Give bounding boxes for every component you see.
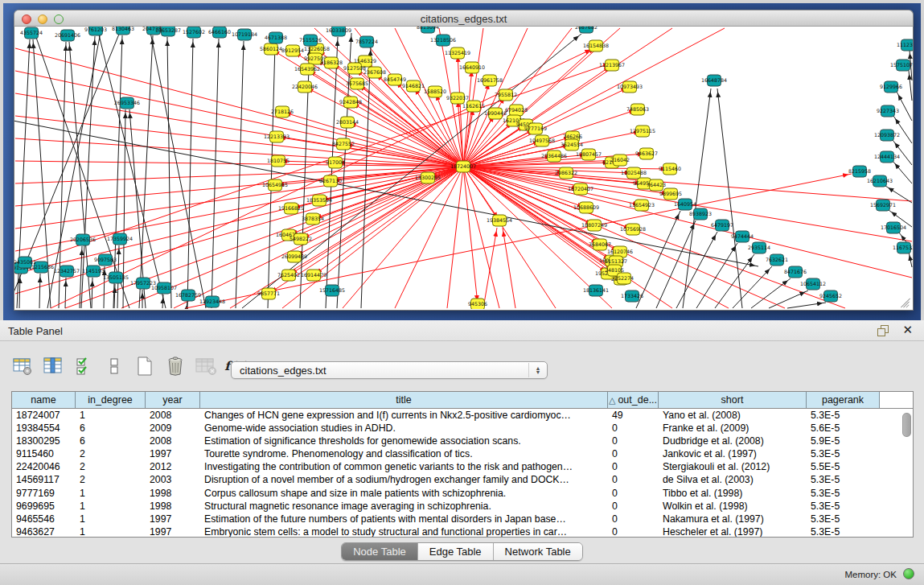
- graph-node-label: 248105: [605, 267, 624, 273]
- table-row[interactable]: 911546021997Tourette syndrome. Phenomeno…: [12, 447, 913, 460]
- network-canvas[interactable]: 1872400718300295193845545860124891295413…: [14, 27, 914, 311]
- graph-node-label: 16914479: [301, 272, 326, 278]
- graph-node-label: 13226058: [304, 46, 330, 51]
- table-row[interactable]: 2242004622012Investigating the contribut…: [12, 460, 913, 473]
- cell-in_degree: 1: [76, 513, 146, 525]
- graph-edge[interactable]: [150, 28, 206, 308]
- table-scrollbar[interactable]: [901, 411, 911, 535]
- table-body: 1872400712008Changes of HCN gene express…: [12, 409, 913, 538]
- column-header-title[interactable]: title: [200, 392, 608, 408]
- window-resize-grip[interactable]: [900, 297, 911, 308]
- graph-node-label: 8427552: [332, 141, 355, 146]
- graph-edge[interactable]: [909, 252, 912, 267]
- graph-edge[interactable]: [696, 243, 737, 308]
- graph-node-label: 9463627: [635, 150, 658, 156]
- graph-node-label: 12923448: [199, 299, 225, 304]
- cell-short: Yano et al. (2008): [659, 409, 807, 422]
- column-header-in_degree[interactable]: in_degree: [76, 392, 146, 408]
- column-header-year[interactable]: year: [146, 392, 200, 408]
- graph-edge[interactable]: [39, 274, 40, 308]
- graph-edge[interactable]: [787, 303, 826, 308]
- graph-node-label: 22420046: [292, 84, 318, 89]
- graph-edge[interactable]: [19, 274, 20, 308]
- table-row[interactable]: 1456911722003Disruption of a novel membe…: [12, 473, 913, 486]
- graph-edge[interactable]: [893, 140, 912, 165]
- graph-node-label: 2087682: [575, 27, 598, 30]
- graph-edge[interactable]: [897, 92, 912, 121]
- graph-node-label: 8813094: [417, 27, 439, 30]
- graph-edge[interactable]: [139, 35, 153, 308]
- tab-network-table[interactable]: Network Table: [494, 543, 582, 560]
- graph-node-label: 1151327: [605, 258, 627, 264]
- graph-node-label: 746266: [563, 134, 582, 139]
- table-selector-dropdown[interactable]: citations_edges.txt ▲▼: [231, 361, 548, 379]
- graph-edge[interactable]: [282, 112, 463, 167]
- graph-edge[interactable]: [305, 87, 463, 167]
- table-settings-icon[interactable]: [11, 355, 34, 377]
- graph-edge[interactable]: [187, 39, 193, 308]
- cell-year: 1997: [146, 513, 200, 525]
- graph-node-label: 216042: [610, 157, 630, 163]
- select-all-icon[interactable]: [72, 355, 95, 377]
- close-panel-icon[interactable]: ✕: [902, 323, 913, 337]
- graph-node-label: 1810755: [267, 158, 290, 163]
- table-header-row: namein_degreeyeartitle△out_de...shortpag…: [12, 392, 913, 409]
- graph-edge[interactable]: [893, 116, 912, 143]
- citation-network-graph[interactable]: 1872400718300295193845545860124891295413…: [14, 27, 913, 309]
- graph-edge[interactable]: [893, 161, 912, 183]
- graph-edge[interactable]: [97, 28, 166, 308]
- graph-edge[interactable]: [15, 48, 463, 167]
- graph-node-label: 8938923: [689, 211, 712, 216]
- cell-pagerank: 5.3E-5: [807, 500, 880, 513]
- table-panel-title: Table Panel: [8, 325, 63, 337]
- graph-node-label: 6794028: [505, 107, 528, 113]
- scrollbar-thumb[interactable]: [902, 413, 911, 437]
- tab-node-table[interactable]: Node Table: [342, 543, 418, 560]
- delete-table-icon[interactable]: [195, 355, 217, 377]
- graph-edge[interactable]: [15, 161, 463, 167]
- cell-pagerank: 5.6E-5: [807, 422, 880, 435]
- graph-edge[interactable]: [113, 35, 122, 308]
- cell-title: Structural magnetic resonance image aver…: [200, 500, 608, 513]
- graph-edge[interactable]: [268, 44, 275, 308]
- cell-name: 9699695: [12, 500, 76, 513]
- unselect-all-icon[interactable]: [103, 355, 125, 377]
- column-chooser-icon[interactable]: [42, 355, 64, 377]
- graph-node-label: 9127508: [343, 65, 366, 71]
- graph-edge[interactable]: [326, 37, 338, 308]
- table-row[interactable]: 946554611997Estimation of the future num…: [12, 513, 913, 525]
- table-row[interactable]: 1830029562008Estimation of significance …: [12, 435, 913, 447]
- table-row[interactable]: 977716911998Corpus callosum shape and si…: [12, 487, 913, 500]
- graph-edge[interactable]: [503, 228, 515, 308]
- table-row[interactable]: 969969511998Structural magnetic resonanc…: [12, 500, 913, 513]
- graph-edge[interactable]: [483, 228, 497, 308]
- delete-icon[interactable]: [164, 355, 187, 377]
- table-row[interactable]: 1872400712008Changes of HCN gene express…: [12, 409, 913, 422]
- tab-edge-table[interactable]: Edge Table: [418, 543, 494, 560]
- graph-edge[interactable]: [167, 37, 171, 308]
- graph-edge[interactable]: [463, 167, 478, 304]
- column-header-short[interactable]: short: [659, 392, 807, 408]
- network-window-titlebar[interactable]: citations_edges.txt: [14, 10, 914, 27]
- graph-node-label: 10756928: [620, 226, 646, 232]
- graph-edge[interactable]: [769, 290, 808, 308]
- float-panel-icon[interactable]: [877, 325, 889, 336]
- graph-edge[interactable]: [92, 278, 92, 308]
- graph-edge[interactable]: [65, 278, 66, 308]
- graph-node-label: 2986322: [555, 170, 577, 175]
- cell-in_degree: 1: [76, 525, 146, 538]
- table-row[interactable]: 1938455462009Genome-wide association stu…: [12, 422, 913, 435]
- table-row[interactable]: 946362711997Embryonic stem cells: a mode…: [12, 525, 913, 538]
- cell-title: Estimation of significance thresholds fo…: [200, 435, 608, 447]
- column-header-pagerank[interactable]: pagerank: [807, 392, 880, 408]
- graph-edge[interactable]: [447, 167, 463, 308]
- graph-edge[interactable]: [676, 232, 717, 308]
- table-toolbar: f(x): [11, 352, 248, 380]
- graph-node-label: 16720407: [568, 186, 593, 192]
- column-header-out_degree[interactable]: △out_de...: [608, 392, 659, 408]
- graph-edge[interactable]: [751, 278, 791, 308]
- new-document-icon[interactable]: [133, 355, 156, 377]
- graph-edge[interactable]: [211, 39, 219, 308]
- graph-edge[interactable]: [656, 220, 696, 308]
- column-header-name[interactable]: name: [12, 392, 76, 408]
